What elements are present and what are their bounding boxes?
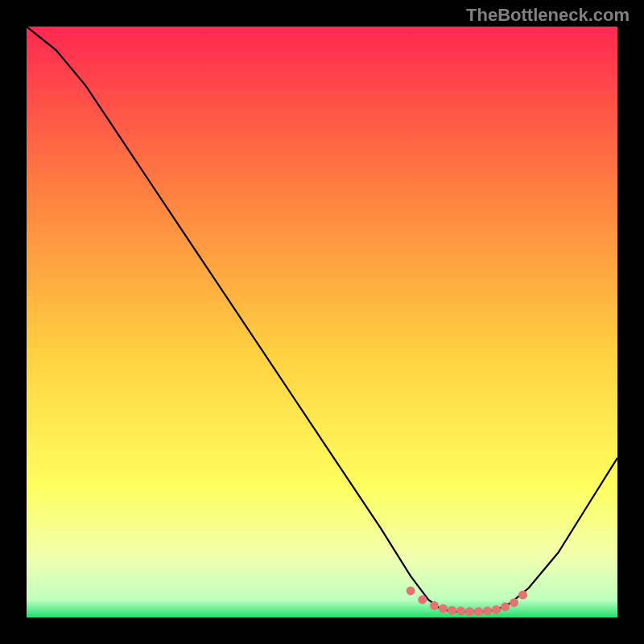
- highlight-dot: [418, 595, 427, 604]
- highlight-dot: [492, 605, 501, 614]
- chart-container: TheBottleneck.com: [0, 0, 644, 644]
- highlight-dot: [510, 598, 518, 607]
- highlight-dot: [448, 606, 456, 615]
- highlight-dot: [465, 607, 474, 616]
- chart-svg: [27, 27, 617, 617]
- gradient-background: [27, 27, 617, 617]
- highlight-dot: [474, 607, 483, 616]
- highlight-dot: [439, 604, 448, 613]
- highlight-dot: [483, 606, 492, 615]
- highlight-dot: [407, 586, 415, 595]
- watermark-text: TheBottleneck.com: [466, 5, 630, 26]
- highlight-dot: [518, 591, 527, 600]
- highlight-dot: [456, 606, 465, 615]
- highlight-dot: [501, 602, 510, 611]
- plot-area: [27, 27, 617, 617]
- highlight-dot: [430, 601, 439, 610]
